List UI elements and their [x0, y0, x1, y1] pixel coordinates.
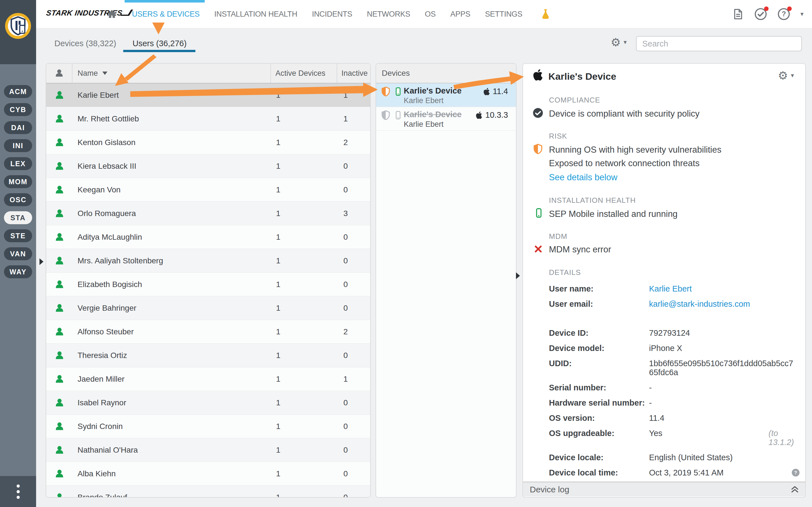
table-row[interactable]: Mr. Rhett Gottlieb 1 1 — [46, 107, 370, 131]
table-row[interactable]: Kenton Gislason 1 2 — [46, 131, 370, 154]
table-row[interactable]: Isabel Raynor 1 0 — [46, 391, 370, 414]
person-icon — [46, 91, 72, 100]
account-dropdown-caret[interactable]: ▾ — [801, 10, 804, 18]
person-icon — [46, 398, 72, 407]
report-document-icon[interactable] — [732, 8, 744, 20]
home-icon[interactable] — [107, 9, 117, 19]
table-row[interactable]: Sydni Cronin 1 0 — [46, 414, 370, 438]
table-row[interactable]: Keegan Von 1 0 — [46, 178, 370, 202]
tenant-pill[interactable]: ACM — [4, 85, 32, 98]
nav-item-label: APPS — [450, 10, 470, 18]
risk-line-2: Exposed to network connection threats — [549, 158, 700, 168]
labs-flask-icon[interactable] — [540, 8, 551, 20]
detail-label: Device local time: — [549, 468, 649, 477]
see-details-link[interactable]: See details below — [549, 172, 617, 182]
compliance-status-text: Device is compliant with security policy — [549, 109, 700, 119]
table-row[interactable]: Karlie Ebert 1 1 — [46, 83, 370, 107]
detail-label: User name: — [549, 284, 649, 293]
active-devices-count: 1 — [270, 398, 337, 407]
tasks-check-icon[interactable] — [754, 8, 767, 20]
tenant-pill[interactable]: STE — [4, 229, 32, 242]
active-devices-count: 1 — [270, 138, 337, 147]
active-devices-count: 1 — [270, 493, 337, 498]
device-actions-dropdown[interactable]: ⚙ ▾ — [778, 70, 794, 81]
detail-note: (to 13.1.2) — [769, 429, 798, 447]
tenant-pill[interactable]: CYB — [4, 103, 32, 116]
devices-panel-title: Devices — [382, 69, 410, 78]
nav-item[interactable]: NETWORKS — [367, 0, 410, 28]
table-row[interactable]: Theresia Ortiz 1 0 — [46, 344, 370, 367]
nav-item[interactable]: INCIDENTS — [312, 0, 352, 28]
list-item[interactable]: Karlie's Device 10.3.3 Karlie Ebert — [376, 107, 516, 131]
nav-item[interactable]: OS — [425, 0, 436, 28]
nav-item[interactable]: SETTINGS — [485, 0, 522, 28]
person-icon — [46, 256, 72, 266]
inactive-devices-column-header[interactable]: Inactive Devices — [337, 64, 370, 83]
tenant-pill[interactable]: VAN — [4, 247, 32, 260]
inactive-devices-count: 0 — [337, 233, 370, 242]
nav-item[interactable]: APPS — [450, 0, 470, 28]
table-row[interactable]: Elizabeth Bogisich 1 0 — [46, 273, 370, 296]
nav-item[interactable]: USERS & DEVICES — [132, 0, 200, 28]
page-title: Karlie's Device — [548, 71, 616, 82]
tenant-pill[interactable]: LEX — [4, 157, 32, 170]
list-item[interactable]: Karlie's Device 11.4 Karlie Ebert — [376, 83, 516, 107]
detail-value: karlie@stark-industries.com — [649, 299, 798, 308]
table-row[interactable]: Brando Zulauf 1 0 — [46, 486, 370, 498]
mdm-status-text: MDM sync error — [549, 244, 611, 255]
tenant-pill[interactable]: MOM — [4, 175, 32, 188]
tenant-list: ACM CYB DAI INI LEX MOM OSC — [0, 85, 36, 278]
tenant-code: MOM — [8, 178, 28, 186]
person-icon — [46, 232, 72, 242]
active-column-label: Active Devices — [275, 69, 325, 78]
tenant-pill[interactable]: INI — [4, 139, 32, 152]
tenant-pill[interactable]: STA — [4, 211, 32, 224]
detail-label: User email: — [549, 299, 649, 308]
detail-label: OS upgradeable: — [549, 429, 649, 438]
installation-status-text: SEP Mobile installed and running — [549, 209, 677, 219]
name-column-label: Name — [78, 69, 98, 78]
table-row[interactable]: Vergie Bahringer 1 0 — [46, 296, 370, 320]
tab-devices[interactable]: Devices (38,322) — [54, 39, 116, 48]
inactive-devices-count: 0 — [337, 185, 370, 194]
tenant-pill[interactable]: WAY — [4, 265, 32, 278]
table-row[interactable]: Orlo Romaguera 1 3 — [46, 202, 370, 225]
users-rows: Karlie Ebert 1 1 Mr. Rhett Gottlieb 1 1 … — [46, 83, 370, 498]
tab-users[interactable]: Users (36,276) — [133, 39, 187, 48]
device-log-bar[interactable]: Device log — [523, 482, 805, 497]
nav-item[interactable]: INSTALLATION HEALTH — [214, 0, 297, 28]
tenant-code: WAY — [10, 268, 27, 276]
name-column-header[interactable]: Name — [72, 69, 270, 78]
compliant-check-icon — [532, 108, 543, 118]
users-table-header: Name Active Devices Inactive Devices — [46, 64, 370, 83]
help-menu-icon[interactable]: ? — [777, 8, 790, 20]
compliance-section-label: COMPLIANCE — [549, 96, 600, 105]
detail-label: Device ID: — [549, 328, 649, 337]
table-row[interactable]: Alfonso Steuber 1 2 — [46, 320, 370, 344]
help-circle-icon[interactable]: ? — [792, 468, 800, 477]
table-row[interactable]: Kiera Lebsack III 1 0 — [46, 154, 370, 178]
mdm-section-label: MDM — [549, 232, 567, 241]
person-icon — [46, 161, 72, 171]
table-row[interactable]: Mrs. Aaliyah Stoltenberg 1 0 — [46, 249, 370, 273]
detail-rows: User name: Karlie Ebert ? User email: ka… — [549, 281, 798, 496]
device-log-label: Device log — [530, 485, 569, 494]
active-devices-column-header[interactable]: Active Devices — [270, 64, 337, 83]
detail-row: Hardware serial number: - ? — [549, 395, 798, 410]
chevron-down-icon: ▾ — [624, 39, 627, 46]
table-row[interactable]: Jaeden Miller 1 1 — [46, 367, 370, 391]
table-row[interactable]: Aditya McLaughlin 1 0 — [46, 225, 370, 249]
table-row[interactable]: Nathanial O'Hara 1 0 — [46, 438, 370, 462]
table-row[interactable]: Alba Kiehn 1 0 — [46, 462, 370, 486]
search-input[interactable] — [636, 36, 802, 51]
os-version-group: 10.3.3 — [475, 110, 508, 120]
person-icon — [46, 469, 72, 478]
tenant-pill[interactable]: DAI — [4, 121, 32, 134]
details-section-label: DETAILS — [549, 268, 581, 277]
os-version: 11.4 — [493, 87, 508, 96]
more-options-icon[interactable] — [17, 485, 20, 499]
active-tab-underline — [123, 50, 195, 52]
user-icon-column-header[interactable] — [46, 64, 72, 83]
table-settings-dropdown[interactable]: ⚙ ▾ — [611, 37, 627, 48]
tenant-pill[interactable]: OSC — [4, 193, 32, 206]
